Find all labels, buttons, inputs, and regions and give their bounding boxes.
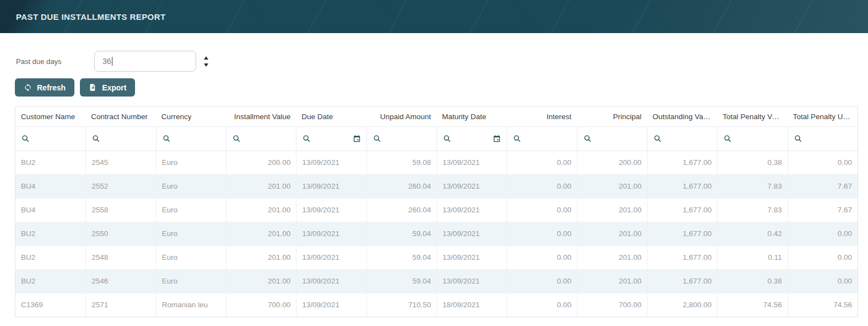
cell-outstanding-value: 1,677.00	[647, 199, 717, 222]
text-caret	[112, 57, 113, 66]
cell-outstanding-value: 2,800.00	[647, 293, 717, 317]
column-header-principal[interactable]: Principal	[577, 107, 647, 126]
search-icon[interactable]	[21, 134, 30, 143]
cell-unpaid-amount: 59.04	[366, 222, 436, 245]
filter-input-principal[interactable]	[577, 127, 647, 151]
spinner-up-button[interactable]	[204, 56, 208, 60]
table-row[interactable]: BU42552Euro201.0013/09/2021260.0413/09/2…	[15, 175, 858, 199]
cell-customer-name: BU2	[15, 222, 85, 245]
column-header-maturity-date[interactable]: Maturity Date	[436, 107, 506, 126]
table-row[interactable]: C13692571Romanian leu700.0013/09/2021710…	[15, 293, 858, 317]
cell-due-date: 13/09/2021	[296, 175, 366, 198]
column-header-due-date[interactable]: Due Date	[296, 107, 366, 126]
cell-customer-name: C1369	[15, 293, 85, 317]
column-header-label: Maturity Date	[442, 113, 486, 121]
cell-total-penalty-unpaid: 0.00	[788, 270, 858, 293]
cell-outstanding-value: 1,677.00	[647, 222, 717, 245]
table-row[interactable]: BU22546Euro201.0013/09/202159.0413/09/20…	[15, 270, 858, 293]
column-header-total-penalty-value[interactable]: Total Penalty Val…	[717, 107, 787, 126]
search-icon[interactable]	[232, 134, 241, 143]
cell-interest: 0.00	[506, 151, 576, 174]
cell-currency: Euro	[156, 151, 226, 174]
column-header-customer-name[interactable]: Customer Name	[15, 107, 85, 126]
cell-unpaid-amount: 59.08	[366, 151, 436, 174]
filter-input-currency[interactable]	[156, 127, 226, 151]
search-icon[interactable]	[373, 134, 382, 143]
cell-currency: Euro	[156, 270, 226, 293]
filter-input-maturity-date[interactable]	[436, 127, 506, 151]
cell-total-penalty-unpaid: 0.00	[788, 151, 858, 174]
filter-input-installment-value[interactable]	[226, 127, 296, 151]
cell-contract-number: 2546	[85, 270, 155, 293]
spinner-down-button[interactable]	[204, 63, 208, 67]
cell-total-penalty-unpaid: 74.56	[788, 293, 858, 317]
cell-total-penalty-value: 0.38	[717, 270, 787, 293]
export-button[interactable]: Export	[80, 78, 135, 97]
search-icon[interactable]	[443, 134, 452, 143]
cell-interest: 0.00	[506, 199, 576, 222]
table-row[interactable]: BU22548Euro201.0013/09/202159.0413/09/20…	[15, 246, 858, 270]
cell-principal: 201.00	[577, 199, 647, 222]
cell-customer-name: BU2	[15, 246, 85, 269]
column-header-interest[interactable]: Interest	[506, 107, 576, 126]
search-icon[interactable]	[794, 134, 803, 143]
table-row[interactable]: BU42558Euro201.0013/09/2021260.0413/09/2…	[15, 199, 858, 222]
cell-currency: Euro	[156, 199, 226, 222]
cell-interest: 0.00	[506, 293, 576, 317]
cell-unpaid-amount: 260.04	[366, 199, 436, 222]
cell-interest: 0.00	[506, 246, 576, 269]
search-icon[interactable]	[513, 134, 522, 143]
cell-maturity-date: 18/09/2021	[436, 293, 506, 317]
search-icon[interactable]	[583, 134, 592, 143]
search-icon[interactable]	[91, 134, 101, 143]
cell-installment-value: 200.00	[226, 151, 296, 174]
filter-input-total-penalty-unpaid[interactable]	[788, 127, 858, 151]
cell-principal: 201.00	[577, 175, 647, 198]
search-icon[interactable]	[653, 134, 662, 143]
cell-due-date: 13/09/2021	[296, 151, 366, 174]
cell-unpaid-amount: 260.04	[366, 175, 436, 198]
filter-input-interest[interactable]	[506, 127, 576, 151]
table-row[interactable]: BU22550Euro201.0013/09/202159.0413/09/20…	[15, 222, 858, 246]
past-due-days-input[interactable]: 36	[94, 51, 196, 72]
filter-input-outstanding-value[interactable]	[647, 127, 717, 151]
calendar-icon[interactable]	[493, 135, 501, 143]
filter-input-customer-name[interactable]	[15, 127, 85, 151]
cell-total-penalty-value: 7.83	[717, 175, 787, 198]
column-header-outstanding-value[interactable]: Outstanding Value	[647, 107, 717, 126]
search-icon[interactable]	[723, 134, 732, 143]
column-header-label: Outstanding Value	[653, 113, 711, 121]
cell-maturity-date: 13/09/2021	[436, 175, 506, 198]
calendar-icon[interactable]	[353, 135, 361, 143]
column-header-installment-value[interactable]: Installment Value	[226, 107, 296, 126]
column-header-total-penalty-unpaid[interactable]: Total Penalty Un…	[788, 107, 858, 126]
toolbar: Refresh Export	[15, 78, 868, 97]
cell-principal: 201.00	[577, 222, 647, 245]
cell-currency: Euro	[156, 175, 226, 198]
cell-total-penalty-value: 74.56	[717, 293, 787, 317]
past-due-days-label: Past due days	[16, 57, 94, 66]
refresh-button[interactable]: Refresh	[15, 78, 74, 97]
column-header-currency[interactable]: Currency	[156, 107, 226, 126]
column-header-unpaid-amount[interactable]: Unpaid Amount	[366, 107, 436, 126]
search-icon[interactable]	[302, 134, 311, 143]
filter-input-contract-number[interactable]	[85, 127, 155, 151]
cell-customer-name: BU2	[15, 151, 85, 174]
cell-principal: 201.00	[577, 270, 647, 293]
cell-contract-number: 2550	[85, 222, 155, 245]
search-icon[interactable]	[162, 134, 171, 143]
cell-total-penalty-unpaid: 0.00	[788, 246, 858, 269]
cell-outstanding-value: 1,677.00	[647, 270, 717, 293]
cell-maturity-date: 13/09/2021	[436, 199, 506, 222]
filter-input-unpaid-amount[interactable]	[366, 127, 436, 151]
table-row[interactable]: BU22545Euro200.0013/09/202159.0813/09/20…	[15, 151, 858, 175]
cell-total-penalty-unpaid: 7.67	[788, 199, 858, 222]
filter-input-due-date[interactable]	[296, 127, 366, 151]
cell-installment-value: 201.00	[226, 222, 296, 245]
cell-contract-number: 2552	[85, 175, 155, 198]
filter-input-total-penalty-value[interactable]	[717, 127, 787, 151]
refresh-icon	[24, 83, 32, 92]
cell-currency: Euro	[156, 222, 226, 245]
cell-installment-value: 201.00	[226, 199, 296, 222]
column-header-contract-number[interactable]: Contract Number	[85, 107, 155, 126]
